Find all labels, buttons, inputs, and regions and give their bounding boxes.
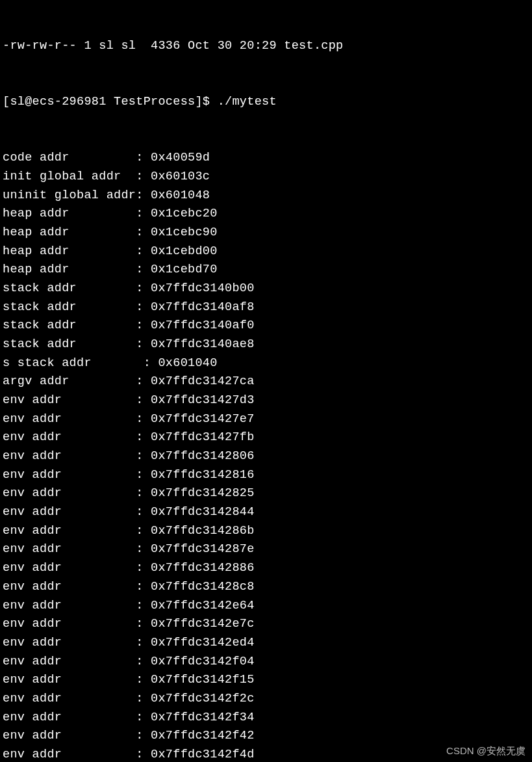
output-line: heap addr : 0x1cebc90 [3,224,529,243]
output-line: env addr : 0x7ffdc3142844 [3,503,529,522]
output-line: s stack addr : 0x601040 [3,354,529,373]
output-line: uninit global addr: 0x601048 [3,187,529,205]
output-line: stack addr : 0x7ffdc3140af8 [3,298,529,317]
output-line: heap addr : 0x1cebc20 [3,205,529,224]
output-line: argv addr : 0x7ffdc31427ca [3,373,529,391]
output-line: env addr : 0x7ffdc3142825 [3,484,529,503]
output-line: env addr : 0x7ffdc31428c8 [3,578,529,597]
output-line: env addr : 0x7ffdc314287e [3,540,529,559]
output-line: env addr : 0x7ffdc31427e7 [3,410,529,429]
output-line: stack addr : 0x7ffdc3140ae8 [3,335,529,354]
output-line: env addr : 0x7ffdc3142ed4 [3,634,529,653]
output-line: env addr : 0x7ffdc3142806 [3,447,529,466]
ls-partial-line: -rw-rw-r-- 1 sl sl 4336 Oct 30 20:29 tes… [3,37,529,56]
output-line: env addr : 0x7ffdc3142f04 [3,653,529,672]
output-line: env addr : 0x7ffdc314286b [3,522,529,541]
output-line: env addr : 0x7ffdc3142816 [3,466,529,485]
output-line: env addr : 0x7ffdc3142f15 [3,671,529,690]
output-line: env addr : 0x7ffdc3142e7c [3,615,529,634]
shell-prompt: [sl@ecs-296981 TestProcess]$ [3,95,218,109]
watermark-text: CSDN @安然无虞 [446,743,526,758]
command-output: code addr : 0x40059dinit global addr : 0… [3,149,529,762]
output-line: env addr : 0x7ffdc3142e64 [3,597,529,616]
output-line: env addr : 0x7ffdc3142886 [3,559,529,578]
output-line: stack addr : 0x7ffdc3140b00 [3,280,529,298]
terminal-window[interactable]: -rw-rw-r-- 1 sl sl 4336 Oct 30 20:29 tes… [0,0,532,762]
output-line: env addr : 0x7ffdc3142f34 [3,709,529,728]
output-line: env addr : 0x7ffdc31427fb [3,428,529,447]
output-line: heap addr : 0x1cebd70 [3,261,529,280]
output-line: stack addr : 0x7ffdc3140af0 [3,317,529,335]
command-line-1: [sl@ecs-296981 TestProcess]$ ./mytest [3,93,529,112]
output-line: init global addr : 0x60103c [3,168,529,187]
output-line: code addr : 0x40059d [3,149,529,168]
output-line: env addr : 0x7ffdc31427d3 [3,391,529,410]
output-line: heap addr : 0x1cebd00 [3,243,529,261]
output-line: env addr : 0x7ffdc3142f2c [3,690,529,709]
command-text: ./mytest [218,95,277,109]
